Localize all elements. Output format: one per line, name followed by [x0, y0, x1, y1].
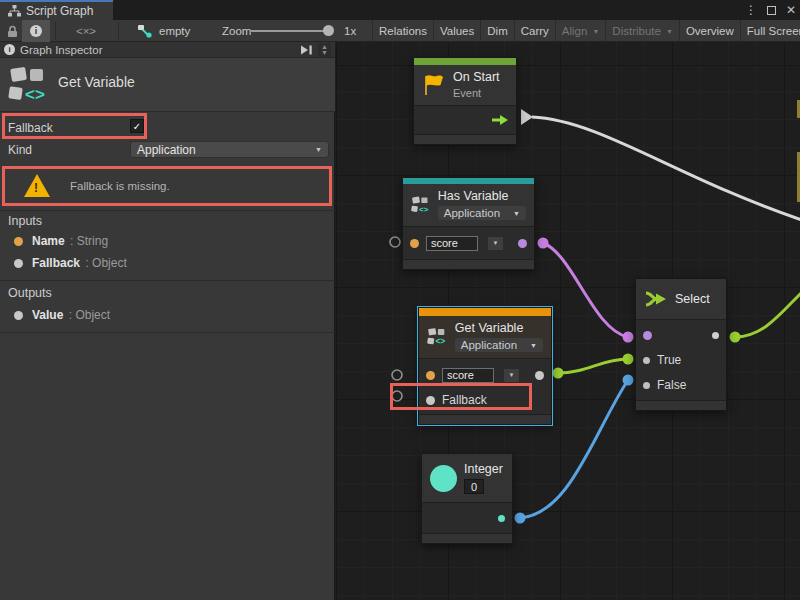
- panel-scroll-spinner[interactable]: ▲ ▼: [318, 43, 331, 57]
- node-on-start[interactable]: On Start Event: [413, 57, 517, 145]
- toolbar-separator: [118, 22, 119, 40]
- input-port-name[interactable]: [410, 239, 419, 248]
- node-footer: [414, 134, 516, 144]
- wire-endpoint: [623, 354, 634, 365]
- info-icon: i: [30, 25, 42, 37]
- variable-name-field[interactable]: score: [426, 236, 478, 251]
- node-footer: [419, 414, 551, 424]
- window-menu-icon[interactable]: ⋮: [745, 3, 757, 17]
- port-dot-gray: [14, 259, 23, 268]
- connection-wires: [335, 42, 800, 600]
- input-port-name[interactable]: [426, 371, 435, 380]
- divider: [0, 280, 335, 281]
- node-select[interactable]: Select True False: [635, 278, 727, 411]
- variable-picker-button[interactable]: ▼: [503, 368, 520, 383]
- input-port-fallback[interactable]: [426, 396, 435, 405]
- inputs-heading: Inputs: [8, 214, 42, 228]
- graph-canvas[interactable]: On Start Event: [335, 42, 800, 600]
- integer-value-field[interactable]: 0: [464, 479, 484, 494]
- full-screen-button[interactable]: Full Screen: [740, 20, 800, 42]
- input-port-condition[interactable]: [643, 331, 652, 340]
- warning-box: Fallback is missing.: [0, 168, 335, 204]
- inspector-toggle-button[interactable]: i: [22, 20, 50, 42]
- svg-text:<>: <>: [435, 336, 445, 346]
- toolbar-separator: [55, 22, 56, 40]
- node-integer[interactable]: Integer 0: [421, 453, 513, 544]
- kind-field-label: Kind: [8, 143, 32, 157]
- output-port-value[interactable]: [498, 515, 505, 522]
- node-body: score ▼ Fallback: [419, 359, 551, 414]
- flow-port-triangle: [521, 109, 533, 125]
- dim-button[interactable]: Dim: [480, 20, 513, 42]
- selected-unit-header: <> Get Variable: [0, 58, 335, 112]
- spin-down-icon[interactable]: ▼: [321, 50, 328, 56]
- outputs-heading: Outputs: [8, 286, 52, 300]
- carry-button[interactable]: Carry: [514, 20, 555, 42]
- code-view-button[interactable]: <×>: [62, 20, 110, 42]
- kind-dropdown-value: Application: [137, 143, 196, 157]
- relations-button[interactable]: Relations: [372, 20, 433, 42]
- output-port-is-defined[interactable]: [518, 239, 527, 248]
- kind-dropdown[interactable]: Application ▼: [455, 338, 543, 352]
- node-body: [414, 106, 516, 134]
- fallback-port-row: Fallback: [426, 391, 544, 409]
- distribute-button[interactable]: Distribute ▼: [605, 20, 679, 42]
- values-button[interactable]: Values: [433, 20, 480, 42]
- zoom-slider[interactable]: [250, 20, 332, 42]
- node-body: [422, 503, 512, 533]
- output-port-row: Value : Object: [14, 308, 110, 322]
- flow-output-arrow-icon[interactable]: [491, 114, 509, 126]
- graph-inspector-title: Graph Inspector: [20, 44, 102, 56]
- wire-has-variable-select: [543, 243, 628, 337]
- divider: [0, 210, 335, 211]
- kind-dropdown[interactable]: Application ▼: [130, 141, 329, 158]
- wire-endpoint: [515, 513, 526, 524]
- zoom-slider-thumb[interactable]: [323, 25, 334, 36]
- flag-icon: [422, 73, 446, 97]
- chevron-down-icon: ▼: [493, 240, 499, 246]
- chevron-down-icon: ▼: [315, 146, 322, 153]
- select-merge-icon: [644, 289, 668, 309]
- chevron-down-icon: ▼: [666, 28, 673, 35]
- lock-button[interactable]: [0, 20, 24, 42]
- input-port-true[interactable]: [643, 357, 650, 364]
- close-icon[interactable]: ✕: [786, 3, 796, 17]
- input-port-row: Fallback : Object: [14, 256, 127, 270]
- fallback-checkbox[interactable]: ✓: [130, 119, 144, 133]
- window-controls: ⋮ ✕: [745, 0, 796, 20]
- node-header: On Start Event: [414, 65, 516, 106]
- fallback-port-label: Fallback: [442, 393, 487, 407]
- tab-bar: Script Graph ⋮ ✕: [0, 0, 800, 20]
- overview-button[interactable]: Overview: [679, 20, 740, 42]
- dock-panel-icon[interactable]: [300, 44, 313, 56]
- node-get-variable[interactable]: <> Get Variable Application ▼ score ▼: [418, 307, 552, 425]
- kind-dropdown[interactable]: Application ▼: [438, 206, 526, 220]
- node-title: Get Variable: [455, 321, 543, 335]
- wire-endpoint: [538, 238, 549, 249]
- node-footer: [403, 259, 534, 269]
- warning-text: Fallback is missing.: [70, 180, 170, 192]
- event-colorbar: [414, 58, 516, 65]
- align-button[interactable]: Align ▼: [555, 20, 606, 42]
- output-port-value[interactable]: [535, 371, 544, 380]
- svg-text:<>: <>: [419, 205, 429, 214]
- node-subtitle: Event: [453, 87, 500, 99]
- variable-picker-button[interactable]: ▼: [487, 236, 504, 251]
- node-has-variable[interactable]: <> Has Variable Application ▼ score ▼: [402, 177, 535, 270]
- variable-name-field[interactable]: score: [442, 368, 494, 383]
- graph-reference-label: empty: [159, 25, 190, 37]
- graph-reference[interactable]: empty: [138, 20, 190, 42]
- check-icon: ✓: [133, 121, 141, 132]
- maximize-icon[interactable]: [767, 6, 776, 15]
- variables-icon: <>: [427, 324, 448, 350]
- zoom-slider-track[interactable]: [250, 30, 332, 32]
- output-port-selection[interactable]: [712, 332, 719, 339]
- input-port-false[interactable]: [643, 382, 650, 389]
- tab-title: Script Graph: [26, 4, 93, 18]
- tab-script-graph[interactable]: Script Graph: [0, 0, 113, 20]
- lock-icon: [6, 25, 18, 38]
- node-header: <> Has Variable Application ▼: [403, 184, 534, 227]
- node-header: Integer 0: [422, 454, 512, 503]
- graph-toolbar: i <×> empty Zoom 1x Rela: [0, 20, 800, 42]
- variables-icon: <>: [411, 192, 431, 218]
